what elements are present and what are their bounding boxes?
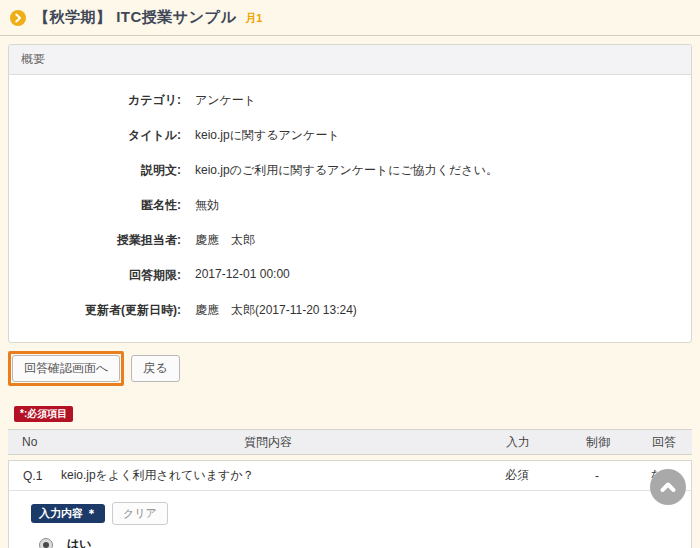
field-value: keio.jpに関するアンケート (195, 127, 340, 144)
radio-option-yes[interactable]: はい (31, 536, 691, 548)
survey-detail-page: { "header": { "title": "【秋学期】 ITC授業サンプル"… (0, 0, 700, 548)
field-row-category: カテゴリ: アンケート (9, 83, 691, 118)
question-text: keio.jpをよく利用されていますか？ (61, 467, 475, 484)
column-header-answer: 回答 (636, 434, 692, 451)
radio-label[interactable]: はい (67, 536, 92, 548)
column-header-control: 制御 (560, 434, 636, 451)
field-label: 回答期限: (9, 267, 181, 284)
page-title: 【秋学期】 ITC授業サンプル (34, 8, 236, 27)
field-value: 2017-12-01 00:00 (195, 267, 290, 284)
clear-button[interactable]: クリア (112, 502, 168, 525)
column-header-input: 入力 (476, 434, 560, 451)
overview-panel-body: カテゴリ: アンケート タイトル: keio.jpに関するアンケート 説明文: … (9, 75, 691, 342)
question-card: Q.1 keio.jpをよく利用されていますか？ 必須 - なし 入力内容 ＊ … (8, 460, 692, 548)
field-value: アンケート (195, 92, 256, 109)
column-header-no: No (8, 435, 60, 449)
overview-panel: 概要 カテゴリ: アンケート タイトル: keio.jpに関するアンケート 説明… (8, 44, 692, 343)
field-label: 更新者(更新日時): (9, 302, 181, 319)
radio-button-yes[interactable] (39, 538, 53, 548)
overview-panel-title: 概要 (9, 45, 691, 75)
field-value: 慶應 太郎 (195, 232, 255, 249)
back-button[interactable]: 戻る (131, 355, 179, 382)
field-row-description: 説明文: keio.jpのご利用に関するアンケートにご協力ください。 (9, 153, 691, 188)
field-row-anonymity: 匿名性: 無効 (9, 188, 691, 223)
field-row-updated-by: 更新者(更新日時): 慶應 太郎(2017-11-20 13:24) (9, 293, 691, 328)
period-tag: 月1 (245, 9, 262, 26)
chevron-right-circle-icon (10, 10, 26, 26)
question-table-header: No 質問内容 入力 制御 回答 (8, 429, 692, 455)
question-number: Q.1 (9, 469, 61, 483)
field-label: タイトル: (9, 127, 181, 144)
field-value: keio.jpのご利用に関するアンケートにご協力ください。 (195, 162, 498, 179)
answer-toolbar: 入力内容 ＊ クリア (31, 502, 691, 525)
field-value: 無効 (195, 197, 219, 214)
field-row-deadline: 回答期限: 2017-12-01 00:00 (9, 258, 691, 293)
question-input-type: 必須 (475, 467, 559, 484)
question-control: - (559, 469, 635, 483)
confirm-button-highlight: 回答確認画面へ (8, 351, 124, 386)
answer-confirm-button[interactable]: 回答確認画面へ (12, 355, 120, 382)
field-label: 説明文: (9, 162, 181, 179)
field-row-instructor: 授業担当者: 慶應 太郎 (9, 223, 691, 258)
chevron-up-circle-icon (658, 477, 678, 497)
column-header-content: 質問内容 (60, 434, 476, 451)
field-label: 匿名性: (9, 197, 181, 214)
field-label: カテゴリ: (9, 92, 181, 109)
scroll-to-top-button[interactable] (650, 469, 686, 505)
required-fields-badge: *:必須項目 (14, 406, 73, 422)
field-value: 慶應 太郎(2017-11-20 13:24) (195, 302, 357, 319)
field-row-title: タイトル: keio.jpに関するアンケート (9, 118, 691, 153)
answer-area: 入力内容 ＊ クリア はい いいえ (9, 491, 691, 548)
page-header: 【秋学期】 ITC授業サンプル 月1 (0, 0, 700, 36)
field-label: 授業担当者: (9, 232, 181, 249)
action-bar: 回答確認画面へ 戻る (8, 351, 700, 386)
table-row: Q.1 keio.jpをよく利用されていますか？ 必須 - なし (9, 461, 691, 491)
input-content-badge: 入力内容 ＊ (31, 504, 105, 523)
